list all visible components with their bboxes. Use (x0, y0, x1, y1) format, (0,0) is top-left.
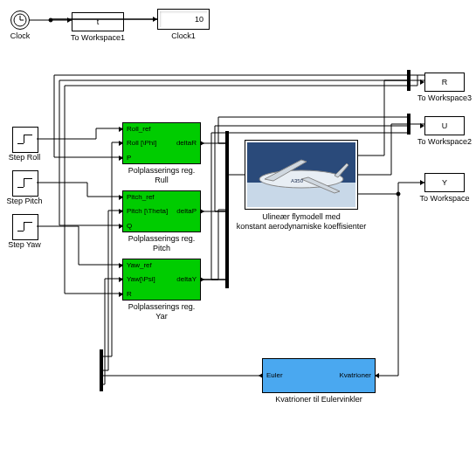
to-workspace2-var: U (442, 121, 448, 130)
reg-yaw-in2: Yaw[\Psi] (127, 275, 155, 283)
clock1-value: 10 (195, 15, 204, 24)
to-workspace3-block[interactable]: R (424, 73, 465, 92)
reg-pitch-in2: Pitch [\Theta] (127, 207, 168, 215)
to-workspace3-label: To Workspace3 (412, 93, 476, 102)
step-pitch-label: Step Pitch (3, 197, 45, 205)
clock-label: Clock (5, 31, 35, 40)
euler-out: Euler (266, 371, 283, 379)
reg-yaw-block[interactable]: Yaw_ref Yaw[\Psi] R deltaY (122, 259, 201, 301)
reg-roll-in2: Roll [\Phi] (127, 139, 156, 147)
reg-pitch-in1: Pitch_ref (127, 193, 155, 201)
reg-pitch-in3: Q (127, 222, 132, 230)
svg-rect-4 (247, 183, 355, 207)
reg-pitch-out: deltaP (176, 207, 197, 215)
svg-rect-3 (247, 142, 355, 183)
reg-roll-label1: Polplasserings reg. (122, 166, 201, 175)
demux-r[interactable] (407, 70, 410, 91)
clock1-label: Clock1 (166, 31, 201, 40)
euler-block[interactable]: Kvatrioner Euler (262, 358, 376, 393)
reg-yaw-out: deltaY (176, 275, 197, 283)
reg-pitch-label1: Polplasserings reg. (122, 234, 201, 243)
svg-point-0 (14, 14, 26, 26)
euler-label: Kvatrioner til Eulervinkler (262, 395, 376, 404)
flymodel-block[interactable]: A350 (245, 140, 358, 210)
reg-roll-label2: Rull (122, 176, 201, 184)
reg-yaw-in3: R (127, 290, 132, 298)
to-workspace3-var: R (442, 78, 448, 86)
reg-roll-in1: Roll_ref (127, 125, 151, 133)
flymodel-label1: Ulineær flymodell med (234, 212, 369, 221)
step-roll-label: Step Roll (5, 153, 44, 162)
demux-u[interactable] (407, 114, 410, 135)
step-yaw-label: Step Yaw (5, 240, 44, 249)
step-yaw-block[interactable] (12, 214, 38, 240)
step-roll-block[interactable] (12, 127, 38, 153)
flymodel-label2: konstant aerodynamiske koeffisienter (225, 222, 377, 231)
reg-yaw-label1: Polplasserings reg. (122, 302, 201, 311)
to-workspace1-block[interactable]: t (72, 12, 124, 31)
to-workspace-block[interactable]: Y (424, 173, 465, 192)
reg-yaw-label2: Yar (122, 312, 201, 321)
reg-yaw-in1: Yaw_ref (127, 261, 152, 269)
svg-text:A350: A350 (291, 178, 304, 183)
reg-roll-out: deltaR (176, 139, 197, 147)
svg-point-8 (397, 192, 400, 196)
to-workspace2-label: To Workspace2 (412, 137, 476, 146)
to-workspace2-block[interactable]: U (424, 116, 465, 135)
to-workspace-var: Y (442, 178, 447, 187)
to-workspace1-label: To Workspace1 (65, 33, 131, 42)
svg-point-5 (259, 170, 343, 188)
reg-pitch-label2: Pitch (122, 244, 201, 252)
mux-block[interactable] (225, 131, 229, 288)
reg-roll-in3: P (127, 154, 131, 162)
step-pitch-block[interactable] (12, 170, 38, 197)
euler-in: Kvatrioner (340, 371, 371, 379)
clock1-block[interactable]: 10 (157, 9, 210, 30)
reg-pitch-block[interactable]: Pitch_ref Pitch [\Theta] Q deltaP (122, 190, 201, 232)
to-workspace1-var: t (97, 17, 100, 26)
reg-roll-block[interactable]: Roll_ref Roll [\Phi] P deltaR (122, 122, 201, 164)
clock-source[interactable] (10, 10, 30, 30)
svg-point-7 (49, 18, 52, 22)
demux-euler[interactable] (100, 349, 103, 391)
to-workspace-label: To Workspace (416, 194, 473, 203)
